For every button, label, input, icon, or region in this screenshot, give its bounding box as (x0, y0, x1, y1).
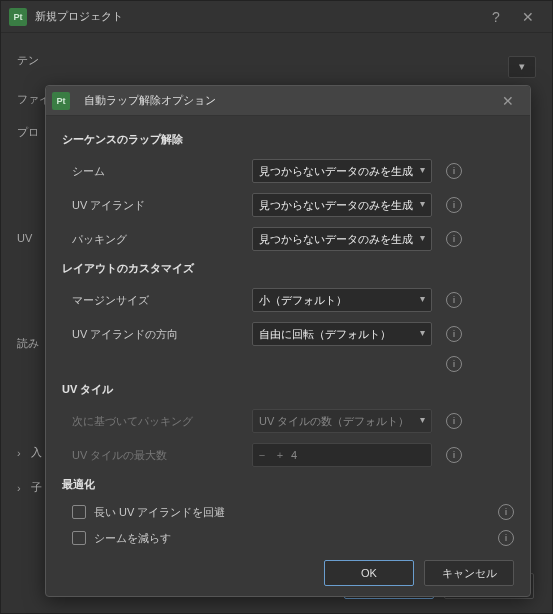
section-optimize: 最適化 (62, 477, 514, 492)
info-icon[interactable]: i (498, 504, 514, 520)
seam-select[interactable]: 見つからないデータのみを生成 ▾ (252, 159, 432, 183)
new-project-dialog: Pt 新規プロジェクト ? ✕ テン ▾ ファイ プロ UV 読み ›入 ›子 … (0, 0, 553, 614)
info-icon[interactable]: i (446, 356, 462, 372)
info-icon[interactable]: i (446, 163, 462, 179)
maxtiles-spinner: − + 4 (252, 443, 432, 467)
margin-select[interactable]: 小（デフォルト） ▾ (252, 288, 432, 312)
packing-label: パッキング (62, 232, 252, 247)
seam-label: シーム (62, 164, 252, 179)
packing-select[interactable]: 見つからないデータのみを生成 ▾ (252, 227, 432, 251)
chevron-down-icon: ▾ (420, 293, 425, 304)
info-icon[interactable]: i (498, 530, 514, 546)
app-icon: Pt (9, 8, 27, 26)
inner-cancel-button[interactable]: キャンセル (424, 560, 514, 586)
section-layout: レイアウトのカスタマイズ (62, 261, 514, 276)
info-icon[interactable]: i (446, 326, 462, 342)
orient-select[interactable]: 自由に回転（デフォルト） ▾ (252, 322, 432, 346)
plus-icon: + (271, 449, 289, 461)
maxtiles-label: UV タイルの最大数 (62, 448, 252, 463)
chevron-down-icon: ▾ (420, 414, 425, 425)
info-icon[interactable]: i (446, 447, 462, 463)
avoid-long-label: 長い UV アイランドを回避 (94, 505, 484, 520)
template-label: テン (17, 53, 39, 68)
inner-body: シーケンスのラップ解除 シーム 見つからないデータのみを生成 ▾ i UV アイ… (46, 116, 530, 550)
minus-icon: − (253, 449, 271, 461)
avoid-long-checkbox[interactable] (72, 505, 86, 519)
template-dropdown-caret[interactable]: ▾ (508, 56, 536, 78)
inner-titlebar: Pt 自動ラップ解除オプション ✕ (46, 86, 530, 116)
outer-titlebar: Pt 新規プロジェクト ? ✕ (1, 1, 552, 33)
info-icon[interactable]: i (446, 197, 462, 213)
info-icon[interactable]: i (446, 413, 462, 429)
inner-ok-button[interactable]: OK (324, 560, 414, 586)
inner-close-button[interactable]: ✕ (492, 89, 524, 113)
info-icon[interactable]: i (446, 231, 462, 247)
margin-label: マージンサイズ (62, 293, 252, 308)
packby-select: UV タイルの数（デフォルト） ▾ (252, 409, 432, 433)
island-label: UV アイランド (62, 198, 252, 213)
inner-title: 自動ラップ解除オプション (84, 93, 492, 108)
inner-button-row: OK キャンセル (46, 550, 530, 596)
chevron-down-icon: ▾ (420, 232, 425, 243)
chevron-down-icon: ▾ (420, 327, 425, 338)
outer-title: 新規プロジェクト (35, 9, 480, 24)
reduce-seams-label: シームを減らす (94, 531, 484, 546)
help-button[interactable]: ? (480, 5, 512, 29)
outer-body: テン ▾ ファイ プロ UV 読み ›入 ›子 OK キャンセル Pt 自動ラッ… (1, 33, 552, 613)
info-icon[interactable]: i (446, 292, 462, 308)
orient-label: UV アイランドの方向 (62, 327, 252, 342)
packby-label: 次に基づいてパッキング (62, 414, 252, 429)
close-button[interactable]: ✕ (512, 5, 544, 29)
auto-unwrap-options-dialog: Pt 自動ラップ解除オプション ✕ シーケンスのラップ解除 シーム 見つからない… (45, 85, 531, 597)
chevron-down-icon: ▾ (420, 198, 425, 209)
chevron-down-icon: ▾ (420, 164, 425, 175)
section-unwrap: シーケンスのラップ解除 (62, 132, 514, 147)
section-tile: UV タイル (62, 382, 514, 397)
island-select[interactable]: 見つからないデータのみを生成 ▾ (252, 193, 432, 217)
inner-app-icon: Pt (52, 92, 70, 110)
reduce-seams-checkbox[interactable] (72, 531, 86, 545)
